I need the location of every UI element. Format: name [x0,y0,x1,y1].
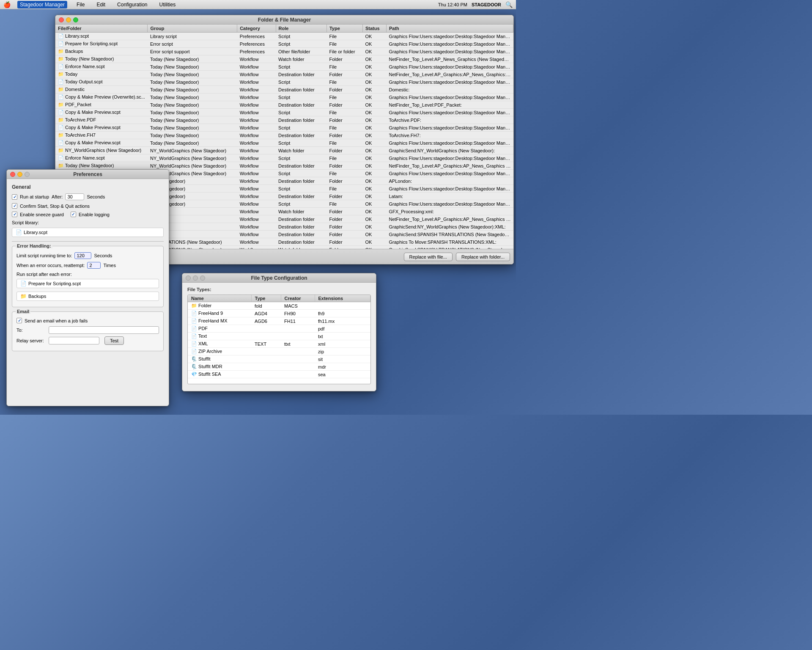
td-group: Today (New Stagedoor) [148,78,237,86]
filetype-row[interactable]: 📄 Text txt [188,333,370,340]
table-row[interactable]: 📁 Today (New Stagedoor) Today (New Stage… [55,55,513,63]
col-header-category[interactable]: Category [237,25,276,33]
prefs-minimize-button[interactable] [17,172,22,177]
menu-edit[interactable]: Edit [94,1,108,8]
filetype-content: File Types: Name Type Creator Extensions… [182,283,376,391]
replace-with-folder-button[interactable]: Replace with folder... [456,253,510,261]
sneeze-guard-checkbox[interactable] [12,212,17,217]
td-group: Today (New Stagedoor) [148,101,237,109]
table-row[interactable]: 📄 Copy & Make Preview.scpt Today (New St… [55,109,513,116]
td-category: Workflow [237,101,276,109]
minimize-button[interactable] [66,17,71,22]
ft-td-extensions: sit [315,355,370,363]
td-file: 📄 Library.scpt [55,33,148,40]
table-row[interactable]: 📄 Copy & Make Preview.scpt Today (New St… [55,124,513,132]
run-at-startup-row: Run at startup After: Seconds [12,193,164,200]
filetype-row[interactable]: 📄 ZIP Archive zip [188,348,370,355]
filetype-titlebar: File Type Configuration [182,273,376,283]
ft-col-name[interactable]: Name [188,295,251,302]
confirm-start-checkbox[interactable] [12,203,17,209]
table-row[interactable]: 📁 Domestic Today (New Stagedoor) Workflo… [55,86,513,94]
filetype-table-container[interactable]: Name Type Creator Extensions 📁 Folder fo… [187,295,371,384]
app-name[interactable]: Stagedoor Manager [17,1,67,8]
ft-td-type [251,355,281,363]
td-category: Workflow [237,94,276,101]
ft-col-creator[interactable]: Creator [281,295,315,302]
filetype-row[interactable]: 📄 FreeHand MX AGD6 FH11 fh11.mx [188,317,370,325]
menu-configuration[interactable]: Configuration [115,1,150,8]
table-row[interactable]: 📄 Copy & Make Preview (Overwrite).sc... … [55,94,513,101]
td-category: Workflow [237,132,276,139]
enable-logging-checkbox[interactable] [71,212,76,217]
col-header-file[interactable]: File/Folder [55,25,148,33]
ft-col-extensions[interactable]: Extensions [315,295,370,302]
search-icon[interactable]: 🔍 [505,1,513,8]
table-row[interactable]: 📄 Prepare for Scripting.scpt Error scrip… [55,40,513,48]
table-row[interactable]: 📁 Today Today (New Stagedoor) Workflow D… [55,71,513,78]
prefs-close-button[interactable] [10,172,15,177]
limit-script-input[interactable] [74,252,91,259]
td-type: Folder [326,86,362,94]
table-row[interactable]: 📁 NY_WorldGraphics (New Stagedoor) NY_Wo… [55,147,513,154]
test-button[interactable]: Test [104,336,124,345]
filetype-row[interactable]: 🗜️ StuffIt sit [188,355,370,363]
filetype-row[interactable]: 🗜️ StuffIt MDR mdr [188,363,370,371]
filetype-close-button[interactable] [186,275,191,281]
col-header-status[interactable]: Status [362,25,386,33]
relay-server-input[interactable] [49,337,99,344]
limit-script-row: Limit script running time to: Seconds [16,252,159,259]
to-input[interactable] [49,326,159,334]
filetype-maximize-button[interactable] [200,275,205,281]
table-row[interactable]: 📁 ToArchive.FH7 Today (New Stagedoor) Wo… [55,132,513,139]
td-role: Script [276,200,326,208]
table-row[interactable]: 📄 Today Output.scpt Today (New Stagedoor… [55,78,513,86]
td-category: Workflow [237,215,276,223]
filetype-row[interactable]: 📄 XML TEXT ttxt xml [188,340,370,348]
td-status: OK [362,78,386,86]
td-status: OK [362,246,386,249]
filetype-row[interactable]: 📄 FreeHand 9 AGD4 FH90 fh9 [188,310,370,317]
table-row[interactable]: 📄 Library.scpt Library script Preference… [55,33,513,40]
table-row[interactable]: 📄 Enforce Name.scpt Today (New Stagedoor… [55,63,513,71]
after-value-input[interactable] [65,193,84,200]
menu-file[interactable]: File [74,1,87,8]
td-role: Other file/folder [276,48,326,55]
close-button[interactable] [59,17,64,22]
table-row[interactable]: 📄 Enforce Name.scpt NY_WorldGraphics (Ne… [55,154,513,162]
table-row[interactable]: 📄 Copy & Make Preview.scpt Today (New St… [55,139,513,147]
prefs-maximize-button[interactable] [25,172,30,177]
send-email-checkbox[interactable] [16,318,22,323]
replace-with-file-button[interactable]: Replace with file... [404,253,453,261]
filetype-row[interactable]: 📁 Folder fold MACS [188,302,370,310]
table-row[interactable]: 📁 Backups Error script support Preferenc… [55,48,513,55]
td-category: Workflow [237,78,276,86]
ft-col-type[interactable]: Type [251,295,281,302]
col-header-role[interactable]: Role [276,25,326,33]
td-type: File [326,170,362,177]
td-role: Script [276,94,326,101]
run-at-startup-checkbox[interactable] [12,194,17,200]
ft-td-creator [281,333,315,340]
filetype-row[interactable]: 📄 PDF pdf [188,325,370,333]
menu-utilities[interactable]: Utilities [157,1,178,8]
td-category: Workflow [237,55,276,63]
col-header-group[interactable]: Group [148,25,237,33]
table-row[interactable]: 📁 Today (New Stagedoor) NY_WorldGraphics… [55,162,513,170]
apple-menu[interactable]: 🍎 [3,1,11,8]
script-library-label: Script library: [12,220,39,225]
filetype-row[interactable]: 💎 StuffIt SEA sea [188,371,370,378]
filetype-title: File Type Configuration [182,275,376,281]
td-category: Workflow [237,193,276,200]
maximize-button[interactable] [73,17,78,22]
table-row[interactable]: 📁 PDF_Packet Today (New Stagedoor) Workf… [55,101,513,109]
table-row[interactable]: 📁 ToArchive.PDF Today (New Stagedoor) Wo… [55,116,513,124]
col-header-path[interactable]: Path [387,25,513,33]
backups-field: 📁 Backups [16,292,159,301]
td-path: Graphics Flow:Users:stagedoor:Desktop:St… [387,185,513,193]
td-category: Workflow [237,177,276,185]
td-role: Destination folder [276,238,326,246]
td-type: File [326,154,362,162]
col-header-type[interactable]: Type [326,25,362,33]
filetype-minimize-button[interactable] [193,275,198,281]
reattempt-input[interactable] [87,262,101,269]
